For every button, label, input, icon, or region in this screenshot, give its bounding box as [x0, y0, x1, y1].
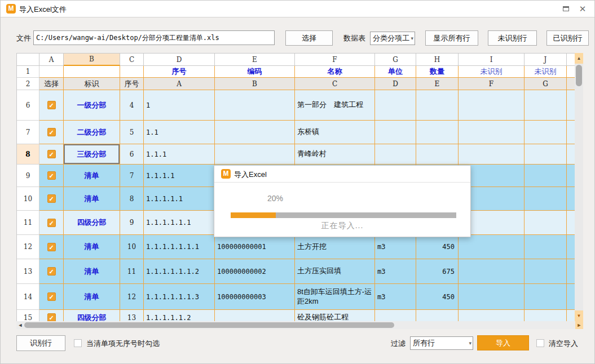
row-serial-cell[interactable]: 11 [120, 259, 144, 284]
column-header-F[interactable]: F [295, 54, 375, 66]
cell-col-g[interactable] [525, 144, 567, 165]
row-number-cell[interactable]: 13 [17, 259, 39, 284]
row-serial-cell[interactable]: 5 [120, 121, 144, 144]
recognized-rows-button[interactable]: 已识别行 [546, 30, 589, 46]
checked-checkbox-icon[interactable]: ✓ [47, 219, 56, 227]
cell-col-c[interactable]: 8t自卸车运回填土方-运距2km [295, 284, 375, 310]
column-header-D[interactable]: D [144, 54, 215, 66]
cell-col-g[interactable] [525, 165, 567, 187]
unrecognized-rows-button[interactable]: 未识别行 [488, 30, 537, 46]
cell-col-d[interactable] [375, 310, 416, 321]
row-number-cell[interactable]: 9 [17, 165, 39, 187]
cell-col-a[interactable]: 1.1.1 [144, 144, 215, 165]
cell-col-e[interactable]: 675 [416, 259, 459, 284]
cell-col-a[interactable]: 1 [144, 90, 215, 121]
no-serial-checkbox[interactable] [74, 339, 82, 347]
row-tag-cell[interactable]: 三级分部 [64, 144, 120, 165]
cell-col-b[interactable] [215, 90, 295, 121]
column-header-B[interactable]: B [64, 54, 120, 66]
column-label-cell[interactable]: 标识 [64, 78, 120, 90]
close-window-button[interactable]: ✕ [576, 4, 589, 14]
field-name-cell[interactable]: 未识别 [525, 66, 567, 78]
row-serial-cell[interactable]: 4 [120, 90, 144, 121]
field-name-cell[interactable]: 序号 [144, 66, 215, 78]
cell-col-e[interactable]: 450 [416, 235, 459, 259]
cell-col-b[interactable] [215, 121, 295, 144]
column-header-J[interactable]: J [525, 54, 567, 66]
clear-import-checkbox[interactable] [536, 339, 544, 347]
row-number-cell[interactable]: 7 [17, 121, 39, 144]
horizontal-scroll-thumb[interactable] [24, 322, 394, 328]
checked-checkbox-icon[interactable]: ✓ [47, 128, 56, 136]
cell-col-e[interactable] [416, 90, 459, 121]
row-number-cell[interactable]: 15 [17, 310, 39, 321]
cell-col-g[interactable] [525, 259, 567, 284]
row-tag-cell[interactable]: 清单 [64, 259, 120, 284]
import-button[interactable]: 导入 [477, 335, 529, 350]
column-header-G[interactable]: G [375, 54, 416, 66]
scroll-down-button[interactable]: ▼ [575, 310, 583, 321]
cell-col-c[interactable]: 第一部分 建筑工程 [295, 90, 375, 121]
cell-col-g[interactable] [525, 284, 567, 310]
checked-checkbox-icon[interactable]: ✓ [47, 101, 56, 109]
field-name-cell[interactable]: 名称 [295, 66, 375, 78]
cell-col-f[interactable] [459, 259, 525, 284]
cell-col-a[interactable]: 1.1.1.1.1.1.2 [144, 259, 215, 284]
cell-col-c[interactable]: 砼及钢筋砼工程 [295, 310, 375, 321]
row-number-cell[interactable]: 8 [17, 144, 39, 165]
row-tag-cell[interactable]: 四级分部 [64, 211, 120, 235]
row-checkbox-cell[interactable]: ✓ [39, 90, 64, 121]
row-checkbox-cell[interactable]: ✓ [39, 187, 64, 211]
row-number-cell[interactable]: 11 [17, 211, 39, 235]
column-label-cell[interactable]: D [375, 78, 416, 90]
row-checkbox-cell[interactable]: ✓ [39, 235, 64, 259]
cell-col-d[interactable] [375, 144, 416, 165]
field-name-cell[interactable]: 编码 [215, 66, 295, 78]
cell-col-g[interactable] [525, 310, 567, 321]
cell-col-a[interactable]: 1.1.1.1 [144, 165, 215, 187]
vertical-scroll-thumb[interactable] [576, 65, 582, 86]
select-file-button[interactable]: 选择 [285, 30, 333, 46]
cell-col-f[interactable] [459, 310, 525, 321]
scroll-right-button[interactable]: ► [575, 321, 583, 329]
cell-col-e[interactable] [416, 121, 459, 144]
cell-col-a[interactable]: 1.1.1.1.1 [144, 187, 215, 211]
file-path-input[interactable] [33, 30, 275, 45]
scroll-up-button[interactable]: ▲ [575, 53, 583, 64]
checked-checkbox-icon[interactable]: ✓ [47, 171, 56, 180]
checked-checkbox-icon[interactable]: ✓ [47, 292, 56, 301]
cell-col-b[interactable]: 100000000003 [215, 284, 295, 310]
cell-col-b[interactable]: 100000000002 [215, 259, 295, 284]
cell-col-c[interactable]: 东桥镇 [295, 121, 375, 144]
restore-window-button[interactable] [559, 4, 572, 14]
row-serial-cell[interactable]: 8 [120, 187, 144, 211]
cell-col-e[interactable] [416, 310, 459, 321]
filter-dropdown[interactable]: 所有行 ▾ [410, 336, 473, 350]
row-serial-cell[interactable]: 9 [120, 211, 144, 235]
column-header-I[interactable]: I [459, 54, 525, 66]
row-checkbox-cell[interactable]: ✓ [39, 165, 64, 187]
cell-col-f[interactable] [459, 121, 525, 144]
row-serial-cell[interactable]: 13 [120, 310, 144, 321]
field-name-cell[interactable]: 数量 [416, 66, 459, 78]
field-name-cell[interactable] [64, 66, 120, 78]
row-serial-cell[interactable]: 6 [120, 144, 144, 165]
row-number-cell[interactable]: 2 [17, 78, 39, 90]
cell-col-f[interactable] [459, 90, 525, 121]
cell-col-a[interactable]: 1.1.1.1.1.1.3 [144, 284, 215, 310]
cell-col-e[interactable]: 450 [416, 284, 459, 310]
column-header-E[interactable]: E [215, 54, 295, 66]
row-serial-cell[interactable]: 12 [120, 284, 144, 310]
column-label-cell[interactable]: E [416, 78, 459, 90]
column-header-H[interactable]: H [416, 54, 459, 66]
column-header-A[interactable]: A [39, 54, 64, 66]
sheet-dropdown[interactable]: 分类分项工 ▾ [370, 32, 415, 45]
cell-col-d[interactable]: m3 [375, 284, 416, 310]
row-checkbox-cell[interactable]: ✓ [39, 121, 64, 144]
cell-col-g[interactable] [525, 90, 567, 121]
row-number-cell[interactable]: 12 [17, 235, 39, 259]
checked-checkbox-icon[interactable]: ✓ [47, 243, 56, 251]
cell-col-f[interactable] [459, 235, 525, 259]
row-tag-cell[interactable]: 清单 [64, 187, 120, 211]
recognize-rows-button[interactable]: 识别行 [16, 335, 65, 351]
